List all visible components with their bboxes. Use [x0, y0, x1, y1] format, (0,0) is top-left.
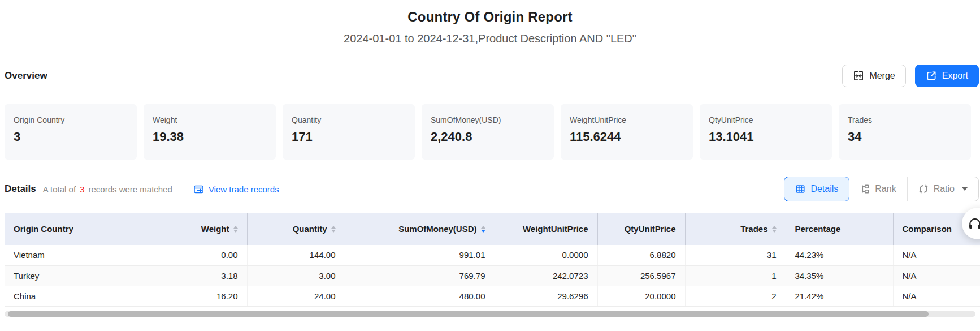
stat-card-label: WeightUnitPrice: [570, 115, 684, 124]
column-label: Comparison: [903, 224, 952, 234]
details-bar: Details A total of 3 records were matche…: [5, 177, 979, 201]
view-trade-records-label: View trade records: [209, 184, 279, 194]
column-label: Weight: [201, 224, 229, 234]
tab-ratio[interactable]: Ratio: [907, 177, 978, 201]
sort-icon: [233, 226, 238, 233]
cell-sum_of_money_usd: 769.79: [345, 265, 495, 286]
stat-card: Quantity 171: [283, 104, 415, 160]
cell-sum_of_money_usd: 991.01: [345, 245, 495, 265]
merge-cells-icon: [853, 70, 864, 81]
column-header-sum_of_money_usd[interactable]: SumOfMoney(USD): [345, 213, 495, 245]
cell-quantity: 3.00: [247, 265, 345, 286]
cell-comparison: N/A: [893, 245, 980, 265]
details-table-wrap: Origin Country Weight Quantity SumOfMone…: [5, 213, 980, 307]
chevron-down-icon: [962, 187, 968, 191]
stat-card: Trades 34: [839, 104, 971, 160]
stat-card-label: Weight: [153, 115, 267, 124]
table-row: Vietnam0.00144.00991.010.00006.88203144.…: [5, 245, 980, 265]
sort-desc-caret-icon: [233, 230, 238, 233]
sort-icon: [481, 226, 485, 233]
column-header-qty_unit_price: QtyUnitPrice: [597, 213, 685, 245]
stat-card-label: SumOfMoney(USD): [431, 115, 545, 124]
stat-card: QtyUnitPrice 13.1041: [700, 104, 832, 160]
stat-card-value: 115.6244: [570, 130, 684, 144]
stat-card-label: Origin Country: [14, 115, 128, 124]
sort-desc-caret-icon: [481, 230, 485, 233]
column-label: QtyUnitPrice: [625, 224, 676, 234]
table-grid-icon: [795, 184, 805, 194]
details-summary: Details A total of 3 records were matche…: [5, 183, 279, 195]
horizontal-scrollbar-track[interactable]: [5, 311, 975, 317]
sort-asc-caret-icon: [233, 226, 238, 229]
column-label: Quantity: [293, 224, 327, 234]
page-title: Country Of Origin Report: [0, 0, 980, 25]
column-header-origin_country: Origin Country: [5, 213, 154, 245]
stat-card: WeightUnitPrice 115.6244: [561, 104, 693, 160]
sort-icon: [331, 226, 336, 233]
cell-percentage: 44.23%: [786, 245, 893, 265]
stat-card-value: 13.1041: [709, 130, 823, 144]
tab-rank[interactable]: Rank: [849, 177, 907, 201]
stat-card-value: 3: [14, 130, 128, 144]
matched-count: 3: [80, 184, 84, 194]
trade-records-icon: [193, 184, 204, 195]
cell-comparison: N/A: [893, 265, 980, 286]
cell-weight: 0.00: [154, 245, 247, 265]
tab-details[interactable]: Details: [784, 177, 849, 201]
cell-percentage: 21.42%: [786, 286, 893, 306]
merge-button[interactable]: Merge: [842, 65, 905, 87]
divider: [183, 184, 183, 194]
cell-weight: 16.20: [154, 286, 247, 306]
column-header-trades[interactable]: Trades: [685, 213, 786, 245]
stat-card-label: Trades: [848, 115, 962, 124]
stat-card: SumOfMoney(USD) 2,240.8: [422, 104, 554, 160]
sort-asc-caret-icon: [481, 226, 485, 229]
ratio-sync-icon: [918, 184, 929, 194]
stat-card-value: 2,240.8: [431, 130, 545, 144]
rank-partition-icon: [860, 184, 870, 194]
stat-cards: Origin Country 3 Weight 19.38 Quantity 1…: [5, 104, 971, 160]
stat-card-label: QtyUnitPrice: [709, 115, 823, 124]
cell-qty_unit_price: 256.5967: [597, 265, 685, 286]
column-header-percentage: Percentage: [786, 213, 893, 245]
details-table: Origin Country Weight Quantity SumOfMone…: [5, 213, 980, 307]
stat-card-label: Quantity: [292, 115, 406, 124]
cell-trades: 2: [685, 286, 786, 306]
view-trade-records-link[interactable]: View trade records: [193, 184, 279, 195]
sort-icon: [772, 226, 777, 233]
cell-weight_unit_price: 242.0723: [495, 265, 597, 286]
stat-card: Weight 19.38: [144, 104, 276, 160]
cell-origin_country: China: [5, 286, 154, 306]
column-header-weight[interactable]: Weight: [154, 213, 247, 245]
cell-origin_country: Turkey: [5, 265, 154, 286]
merge-button-label: Merge: [869, 71, 895, 81]
horizontal-scrollbar-thumb[interactable]: [8, 311, 929, 317]
column-label: SumOfMoney(USD): [398, 224, 476, 234]
column-label: Origin Country: [14, 224, 73, 234]
stat-card: Origin Country 3: [5, 104, 137, 160]
sort-desc-caret-icon: [331, 230, 336, 233]
tab-rank-label: Rank: [875, 184, 896, 194]
overview-toolbar: Overview Merge Export: [5, 65, 979, 87]
export-icon: [926, 70, 937, 81]
cell-qty_unit_price: 20.0000: [597, 286, 685, 306]
total-prefix: A total of: [43, 184, 76, 194]
export-button-label: Export: [942, 71, 968, 81]
cell-origin_country: Vietnam: [5, 245, 154, 265]
details-heading: Details: [5, 183, 36, 195]
stat-card-value: 171: [292, 130, 406, 144]
cell-weight: 3.18: [154, 265, 247, 286]
export-button[interactable]: Export: [915, 65, 979, 87]
headset-icon: [968, 216, 980, 231]
cell-comparison: N/A: [893, 286, 980, 306]
cell-qty_unit_price: 6.8820: [597, 245, 685, 265]
overview-heading: Overview: [5, 70, 47, 81]
tab-details-label: Details: [810, 184, 838, 194]
column-header-quantity[interactable]: Quantity: [247, 213, 345, 245]
cell-percentage: 34.35%: [786, 265, 893, 286]
stat-card-value: 19.38: [153, 130, 267, 144]
sort-desc-caret-icon: [772, 230, 777, 233]
cell-trades: 1: [685, 265, 786, 286]
sort-asc-caret-icon: [331, 226, 336, 229]
table-body: Vietnam0.00144.00991.010.00006.88203144.…: [5, 245, 980, 306]
